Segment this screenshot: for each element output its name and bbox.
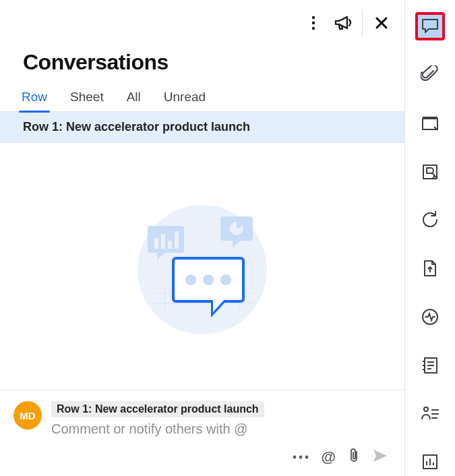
svg-rect-14 bbox=[168, 241, 172, 249]
rail-conversations-button[interactable] bbox=[415, 12, 445, 40]
rail-chart-button[interactable] bbox=[415, 448, 445, 476]
svg-rect-13 bbox=[161, 234, 165, 249]
empty-state-illustration bbox=[125, 192, 280, 340]
composer-toolbar: @ bbox=[0, 442, 404, 476]
attachments-icon bbox=[421, 65, 439, 84]
composer-more-button[interactable] bbox=[292, 451, 309, 463]
empty-state bbox=[0, 143, 404, 390]
comment-composer: MD Row 1: New accelerator product launch… bbox=[0, 390, 404, 442]
proofs-icon bbox=[421, 115, 439, 132]
svg-point-41 bbox=[424, 407, 428, 411]
svg-point-27 bbox=[305, 456, 308, 459]
tab-sheet[interactable]: Sheet bbox=[69, 90, 105, 111]
svg-point-25 bbox=[293, 456, 296, 459]
more-options-button[interactable] bbox=[299, 8, 328, 38]
send-icon bbox=[372, 448, 388, 463]
row-context-banner[interactable]: Row 1: New accelerator product launch bbox=[0, 112, 404, 143]
paperclip-icon bbox=[348, 448, 360, 464]
tab-row[interactable]: Row bbox=[20, 90, 49, 111]
mention-button[interactable]: @ bbox=[322, 448, 336, 466]
svg-point-2 bbox=[312, 27, 315, 30]
rail-attachments-button[interactable] bbox=[415, 61, 445, 89]
page-title: Conversations bbox=[0, 36, 404, 90]
rail-activity-button[interactable] bbox=[415, 303, 445, 331]
close-panel-button[interactable] bbox=[367, 8, 396, 38]
summary-icon bbox=[421, 356, 439, 375]
rail-refresh-button[interactable] bbox=[415, 206, 445, 234]
send-button[interactable] bbox=[372, 448, 388, 466]
right-rail bbox=[405, 0, 455, 476]
upload-file-icon bbox=[422, 259, 438, 278]
ellipsis-icon bbox=[292, 454, 309, 460]
rail-brandfolder-button[interactable] bbox=[415, 158, 445, 186]
tab-all[interactable]: All bbox=[125, 90, 142, 111]
svg-point-26 bbox=[299, 456, 302, 459]
avatar: MD bbox=[13, 401, 42, 429]
megaphone-icon bbox=[333, 13, 353, 33]
rail-people-button[interactable] bbox=[415, 400, 445, 428]
rail-upload-button[interactable] bbox=[415, 254, 445, 282]
svg-rect-15 bbox=[175, 231, 179, 249]
comments-icon bbox=[421, 18, 439, 35]
close-icon bbox=[374, 16, 389, 30]
svg-point-0 bbox=[312, 16, 315, 19]
svg-point-24 bbox=[220, 274, 231, 285]
conversation-tabs: Row Sheet All Unread bbox=[0, 90, 404, 112]
brandfolder-icon bbox=[421, 163, 439, 181]
refresh-icon bbox=[421, 210, 439, 229]
activity-icon bbox=[421, 307, 439, 326]
comment-input[interactable]: Comment or notify others with @ bbox=[51, 421, 391, 437]
svg-point-1 bbox=[312, 22, 315, 24]
separator bbox=[362, 9, 363, 36]
panel-header-actions bbox=[0, 0, 404, 36]
svg-rect-12 bbox=[154, 238, 158, 249]
rail-summary-button[interactable] bbox=[415, 351, 445, 380]
more-vertical-icon bbox=[307, 15, 320, 31]
svg-point-23 bbox=[203, 274, 214, 285]
svg-marker-28 bbox=[373, 450, 387, 462]
rail-proofs-button[interactable] bbox=[415, 109, 445, 138]
svg-point-22 bbox=[185, 274, 196, 285]
tab-unread[interactable]: Unread bbox=[162, 90, 207, 111]
people-icon bbox=[421, 405, 439, 421]
announcements-button[interactable] bbox=[328, 8, 358, 38]
chart-icon bbox=[421, 453, 439, 471]
attach-button[interactable] bbox=[348, 448, 360, 467]
composer-context-pill[interactable]: Row 1: New accelerator product launch bbox=[51, 401, 264, 417]
